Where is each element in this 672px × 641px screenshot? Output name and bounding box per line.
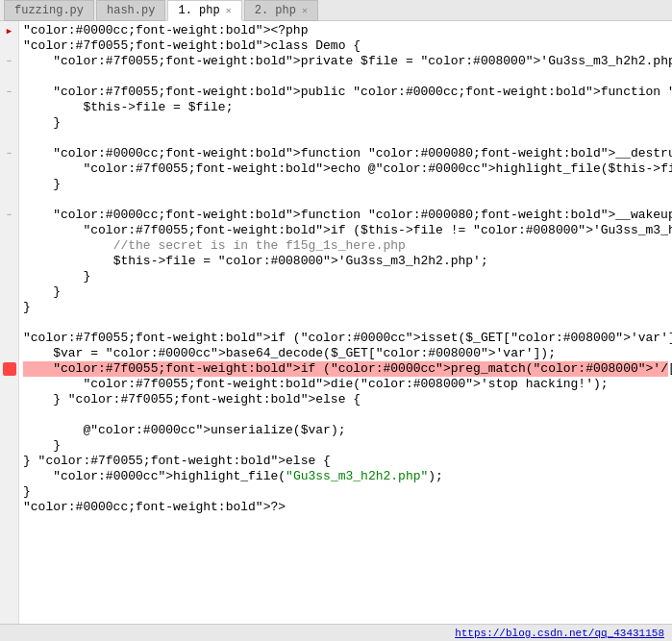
gutter-marker: ▶: [3, 23, 16, 38]
gutter-marker: [3, 69, 16, 85]
code-line: } "color:#7f0055;font-weight:bold">else …: [23, 392, 668, 407]
tab-label-hash: hash.py: [107, 4, 155, 17]
gutter-marker: [3, 346, 16, 361]
code-line: "color:#7f0055;font-weight:bold">die("co…: [23, 377, 668, 392]
gutter-marker: [3, 100, 16, 115]
code-line: }: [23, 115, 668, 131]
gutter-marker: −: [3, 208, 16, 223]
code-line: }: [23, 484, 668, 500]
tab-label-fuzzing: fuzzing.py: [14, 4, 84, 17]
editor-container: fuzzing.py hash.py 1. php ✕ 2. php ✕ ▶−−…: [0, 0, 672, 641]
gutter-marker: [3, 376, 16, 391]
tab-close-2php[interactable]: ✕: [302, 5, 308, 16]
gutter-marker: [3, 238, 16, 254]
gutter-marker: [3, 177, 16, 192]
tab-fuzzing[interactable]: fuzzing.py: [4, 0, 94, 21]
gutter-marker: [3, 223, 16, 238]
tab-label-2php: 2. php: [255, 4, 296, 17]
gutter-marker: [3, 499, 16, 514]
code-line: "color:#7f0055;font-weight:bold">if ($th…: [23, 223, 668, 238]
code-line: [23, 407, 668, 423]
gutter-marker: −: [3, 54, 16, 69]
gutter-marker: [3, 115, 16, 131]
code-line: @"color:#0000cc">unserialize($var);: [23, 423, 668, 438]
gutter-marker: [3, 362, 16, 376]
tab-1php[interactable]: 1. php ✕: [167, 0, 241, 21]
bottom-bar: https://blog.csdn.net/qq_43431158: [0, 624, 672, 641]
gutter-marker: [3, 131, 16, 146]
gutter-marker: [3, 331, 16, 346]
code-line: } "color:#7f0055;font-weight:bold">else …: [23, 454, 668, 469]
gutter-marker: [3, 453, 16, 468]
code-line: }: [23, 300, 668, 315]
code-line: }: [23, 284, 668, 300]
code-line: "color:#0000cc;font-weight:bold">?>: [23, 500, 668, 515]
code-line: }: [23, 177, 668, 192]
gutter-marker: [3, 284, 16, 300]
gutter-marker: [3, 437, 16, 453]
code-line: "color:#7f0055;font-weight:bold">echo @"…: [23, 161, 668, 177]
gutter-marker: [3, 300, 16, 315]
code-line: $this->file = $file;: [23, 100, 668, 115]
bottom-link[interactable]: https://blog.csdn.net/qq_43431158: [455, 628, 664, 639]
gutter-marker: [3, 391, 16, 407]
code-content[interactable]: "color:#0000cc;font-weight:bold"><?php"c…: [19, 21, 672, 624]
code-line: }: [23, 438, 668, 454]
code-line: "color:#7f0055;font-weight:bold">class D…: [23, 38, 668, 54]
tab-label-1php: 1. php: [178, 4, 219, 17]
code-line: "color:#0000cc;font-weight:bold">functio…: [23, 146, 668, 161]
code-area: ▶−−−− "color:#0000cc;font-weight:bold"><…: [0, 21, 672, 624]
code-line: //the secret is in the f15g_1s_here.php: [23, 238, 668, 254]
tab-bar: fuzzing.py hash.py 1. php ✕ 2. php ✕: [0, 0, 672, 21]
code-line: "color:#7f0055;font-weight:bold">public …: [23, 85, 668, 100]
code-line: [23, 192, 668, 208]
gutter-marker: [3, 315, 16, 331]
gutter-marker: [3, 161, 16, 177]
gutter: ▶−−−−: [0, 21, 19, 624]
code-line: "color:#0000cc;font-weight:bold">functio…: [23, 208, 668, 223]
tab-2php[interactable]: 2. php ✕: [244, 0, 318, 21]
code-line: "color:#7f0055;font-weight:bold">private…: [23, 54, 668, 69]
gutter-marker: [3, 254, 16, 269]
gutter-marker: [3, 38, 16, 54]
code-line: $this->file = "color:#008000">'Gu3ss_m3_…: [23, 254, 668, 269]
gutter-marker: [3, 192, 16, 208]
code-line: [23, 69, 668, 85]
code-line: [23, 315, 668, 331]
tab-hash[interactable]: hash.py: [96, 0, 165, 21]
code-line: "color:#0000cc;font-weight:bold"><?php: [23, 23, 668, 38]
code-line: [23, 131, 668, 146]
code-line: "color:#7f0055;font-weight:bold">if ("co…: [23, 361, 668, 377]
gutter-marker: [3, 269, 16, 284]
gutter-marker: −: [3, 146, 16, 161]
code-line: "color:#0000cc">highlight_file("Gu3ss_m3…: [23, 469, 668, 484]
code-line: }: [23, 269, 668, 284]
gutter-marker: [3, 422, 16, 437]
code-line: "color:#7f0055;font-weight:bold">if ("co…: [23, 331, 668, 346]
gutter-marker: −: [3, 85, 16, 100]
gutter-marker: [3, 483, 16, 499]
gutter-marker: [3, 468, 16, 483]
gutter-marker: [3, 407, 16, 422]
tab-close-1php[interactable]: ✕: [226, 5, 232, 16]
code-line: $var = "color:#0000cc">base64_decode($_G…: [23, 346, 668, 361]
